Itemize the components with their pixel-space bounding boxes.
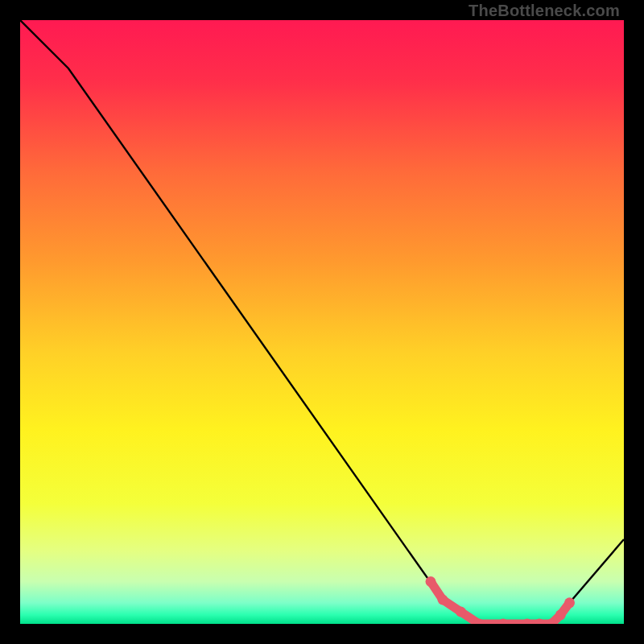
highlight-dot xyxy=(456,607,466,617)
bottleneck-chart xyxy=(20,20,624,624)
gradient-background xyxy=(20,20,624,624)
watermark-text: TheBottleneck.com xyxy=(469,2,620,20)
highlight-dot xyxy=(438,595,448,605)
highlight-dot xyxy=(426,576,436,587)
highlight-dot xyxy=(555,609,566,620)
chart-frame xyxy=(20,20,624,624)
highlight-dot xyxy=(564,597,575,608)
